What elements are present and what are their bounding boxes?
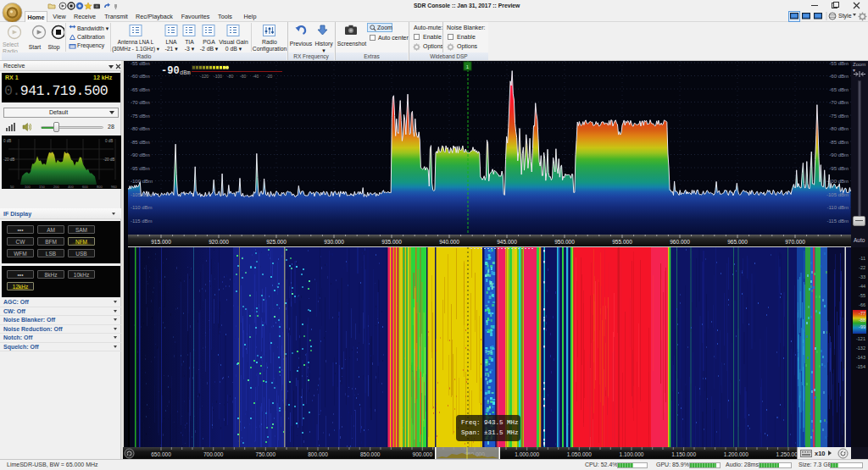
svg-text:-55: -55 [859,293,865,298]
svg-text:-40: -40 [253,74,259,79]
svg-text:-132: -132 [856,346,865,351]
svg-text:1.000.000: 1.000.000 [515,451,539,457]
svg-text:1.050.000: 1.050.000 [567,451,592,457]
svg-text:-88: -88 [859,318,865,323]
svg-text:-99: -99 [859,324,865,329]
svg-text:-143: -143 [856,355,865,360]
svg-text:-11: -11 [859,256,865,261]
svg-text:-85 dBm: -85 dBm [131,140,150,145]
svg-text:100: 100 [25,185,31,189]
svg-text:1.100.000: 1.100.000 [620,451,644,457]
svg-text:-44: -44 [859,284,865,289]
svg-text:-90 dBm: -90 dBm [829,152,849,158]
svg-text:-70 dBm: -70 dBm [829,100,849,105]
svg-text:-55 dBm: -55 dBm [829,61,849,66]
svg-text:-75 dBm: -75 dBm [829,113,849,119]
svg-text:965.000: 965.000 [727,239,748,245]
svg-text:960: 960 [111,185,117,189]
svg-text:-110 dBm: -110 dBm [826,205,849,210]
svg-text:-75 dBm: -75 dBm [131,113,150,119]
svg-text:930.000: 930.000 [324,239,344,245]
svg-text:920.000: 920.000 [209,239,229,245]
svg-text:850.000: 850.000 [360,451,381,457]
svg-text:150: 150 [39,185,45,189]
svg-text:-55 dBm: -55 dBm [131,61,150,66]
svg-text:-60 dBm: -60 dBm [829,74,849,79]
svg-text:-100: -100 [214,74,222,79]
svg-text:-20: -20 [266,74,272,79]
svg-text:1.150.000: 1.150.000 [671,451,696,457]
svg-text:-77: -77 [859,311,865,316]
svg-text:0 dB: 0 dB [105,139,113,143]
svg-text:50: 50 [10,185,14,189]
svg-text:-121: -121 [856,336,865,341]
svg-text:400: 400 [68,185,74,189]
svg-text:-65 dBm: -65 dBm [131,87,150,92]
svg-text:650.000: 650.000 [151,451,171,457]
svg-text:-95 dBm: -95 dBm [131,166,150,171]
svg-text:-80 dBm: -80 dBm [829,126,849,131]
svg-text:750.000: 750.000 [256,451,276,457]
svg-text:-22: -22 [859,265,865,270]
svg-text:-70 dBm: -70 dBm [131,100,150,105]
svg-text:1.200.000: 1.200.000 [724,451,748,457]
svg-text:-33: -33 [859,274,865,279]
svg-text:-105 dBm: -105 dBm [131,192,153,197]
svg-text:940.000: 940.000 [439,239,459,245]
svg-text:-60 dBm: -60 dBm [131,74,150,79]
svg-text:-115 dBm: -115 dBm [826,218,849,224]
svg-text:915.000: 915.000 [151,239,171,245]
svg-text:-100 dBm: -100 dBm [826,179,849,184]
svg-text:-66: -66 [859,302,865,307]
svg-text:-80 dBm: -80 dBm [131,126,150,131]
svg-text:900.000: 900.000 [413,451,433,457]
svg-text:-115 dBm: -115 dBm [131,218,153,224]
svg-text:-20 dB: -20 dB [103,158,114,162]
svg-text:-95 dBm: -95 dBm [829,166,849,171]
svg-text:600: 600 [82,185,88,189]
svg-text:800: 800 [97,185,103,189]
svg-text:200: 200 [53,185,59,189]
svg-text:945.000: 945.000 [497,239,517,245]
svg-text:-60: -60 [240,74,246,79]
svg-text:950.000: 950.000 [554,239,575,245]
svg-text:-120: -120 [200,74,209,79]
svg-text:960.000: 960.000 [670,239,690,245]
svg-text:-20 dB: -20 dB [3,158,14,162]
svg-text:925.000: 925.000 [266,239,287,245]
svg-text:-90 dBm: -90 dBm [131,152,150,158]
svg-text:-110 dBm: -110 dBm [131,205,153,210]
svg-text:0 dB: 0 dB [3,139,11,143]
svg-text:-100 dBm: -100 dBm [131,179,153,184]
svg-text:-105 dBm: -105 dBm [826,192,849,197]
svg-text:955.000: 955.000 [612,239,632,245]
svg-text:-154: -154 [856,364,865,369]
svg-text:-80: -80 [227,74,233,79]
svg-text:970.000: 970.000 [785,239,805,245]
svg-text:-65 dBm: -65 dBm [829,87,849,92]
svg-text:800.000: 800.000 [308,451,328,457]
svg-text:700.000: 700.000 [203,451,224,457]
svg-text:-85 dBm: -85 dBm [829,140,849,145]
svg-text:935.000: 935.000 [381,239,402,245]
